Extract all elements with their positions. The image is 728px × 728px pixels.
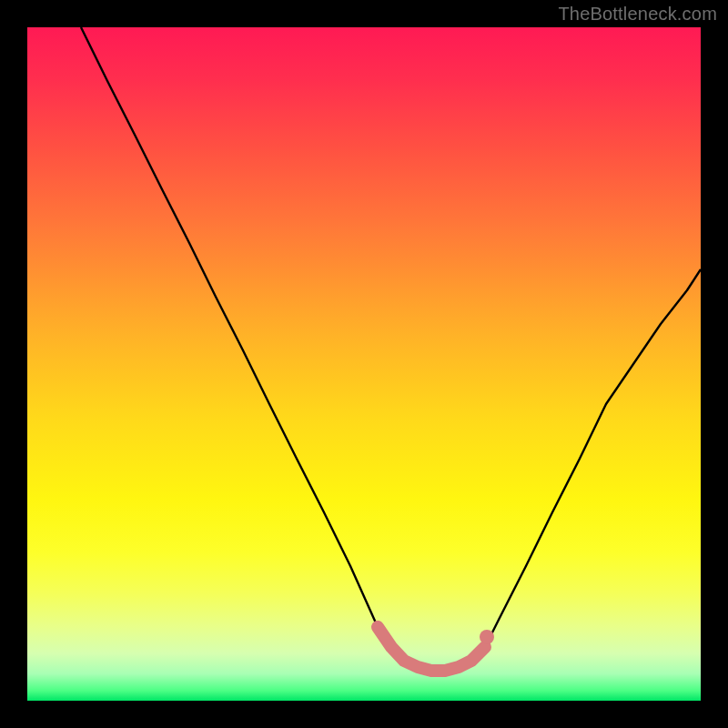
- watermark-text: TheBottleneck.com: [558, 4, 717, 25]
- plot-area: [27, 27, 701, 701]
- chart-frame: TheBottleneck.com: [0, 0, 728, 728]
- bottleneck-curve-path: [81, 27, 701, 671]
- curve-layer: [27, 27, 701, 701]
- valley-end-dot: [480, 630, 494, 644]
- valley-marker-path: [378, 627, 485, 671]
